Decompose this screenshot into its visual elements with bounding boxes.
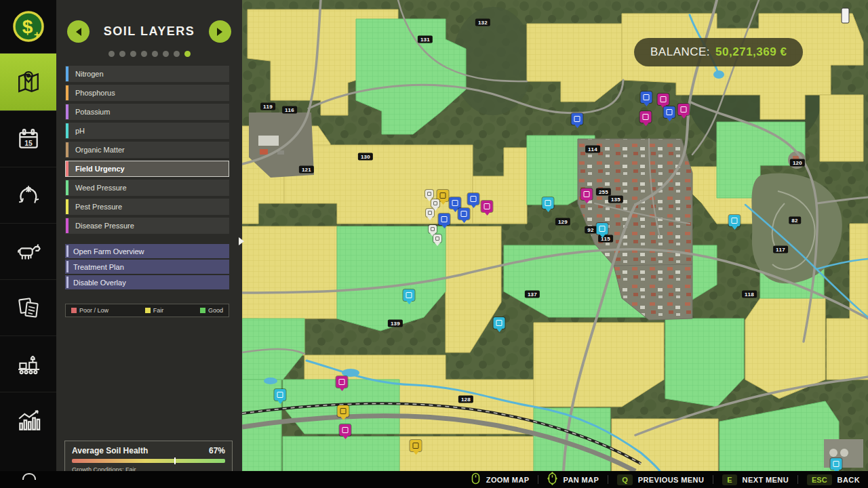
sell-point-marker[interactable] bbox=[336, 376, 348, 388]
page-dot[interactable] bbox=[141, 51, 147, 57]
key-badge: Q bbox=[617, 474, 633, 485]
rotation-icon bbox=[13, 180, 44, 211]
layer-label: Pest Pressure bbox=[75, 203, 122, 211]
panel-action-button[interactable]: Open Farm Overview bbox=[65, 244, 229, 258]
soil-layer-item[interactable]: pH bbox=[65, 123, 229, 139]
sidebar-item-crop-rotation[interactable] bbox=[0, 167, 56, 223]
water-station-marker[interactable] bbox=[494, 317, 505, 329]
panel-title: SOIL LAYERS bbox=[104, 24, 195, 39]
garage-marker[interactable] bbox=[664, 106, 675, 118]
page-dot[interactable] bbox=[152, 51, 158, 57]
vehicle-marker[interactable] bbox=[426, 209, 434, 217]
soil-layer-item[interactable]: Pest Pressure bbox=[65, 199, 229, 215]
production-marker[interactable] bbox=[678, 104, 690, 115]
action-label: Open Farm Overview bbox=[73, 247, 144, 256]
action-accent-bar bbox=[66, 261, 68, 272]
sidebar-item-contracts[interactable] bbox=[0, 279, 56, 336]
vehicle-marker[interactable] bbox=[425, 190, 433, 198]
action-accent-bar bbox=[66, 245, 68, 257]
production-marker[interactable] bbox=[340, 424, 351, 436]
vehicle-marker[interactable] bbox=[431, 199, 439, 207]
sidebar-item-calendar[interactable]: 15 bbox=[0, 110, 56, 167]
soil-layer-item[interactable]: Phosphorus bbox=[65, 85, 229, 101]
overlay-legend: Poor / LowFairGood bbox=[65, 304, 229, 317]
balance-value: 50,271,369 € bbox=[715, 45, 787, 59]
soil-layer-item[interactable]: Field Urgency bbox=[65, 161, 229, 177]
legend-item: Fair bbox=[145, 307, 164, 314]
water-station-marker[interactable] bbox=[831, 458, 842, 470]
sell-point-marker[interactable] bbox=[481, 201, 493, 212]
machine-shed-marker[interactable] bbox=[458, 208, 470, 220]
soil-layer-item[interactable]: Weed Pressure bbox=[65, 180, 229, 196]
action-label: Disable Overlay bbox=[73, 279, 126, 287]
action-accent-bar bbox=[66, 277, 68, 288]
soil-layer-item[interactable]: Potassium bbox=[65, 104, 229, 120]
balance-badge: BALANCE: 50,271,369 € bbox=[634, 38, 803, 66]
sidebar-item-statistics[interactable] bbox=[0, 392, 56, 448]
soil-layer-list: NitrogenPhosphorusPotassiumpHOrganic Mat… bbox=[56, 66, 242, 234]
water-station-marker[interactable] bbox=[403, 289, 415, 301]
panel-expand-arrow[interactable] bbox=[239, 237, 248, 245]
layer-label: Nitrogen bbox=[75, 70, 104, 78]
soil-layer-item[interactable]: Disease Pressure bbox=[65, 218, 229, 234]
vehicle-marker[interactable] bbox=[429, 225, 437, 233]
keybind-separator bbox=[608, 475, 608, 484]
sidebar-item-finances[interactable]: $ + bbox=[0, 0, 56, 53]
keybind-item-back: ESCBACK bbox=[807, 474, 860, 485]
water-station-marker[interactable] bbox=[597, 223, 608, 235]
fuel-station-marker[interactable] bbox=[410, 440, 422, 451]
keybind-separator bbox=[713, 475, 713, 484]
soil-health-value: 67% bbox=[209, 446, 225, 455]
vehicle-dealer-marker[interactable] bbox=[572, 113, 583, 125]
keybind-item-previous-menu: QPREVIOUS MENU bbox=[617, 474, 704, 485]
sidebar-item-animals[interactable] bbox=[0, 223, 56, 279]
field-number-badge: 130 bbox=[358, 153, 373, 161]
keybind-label: PAN MAP bbox=[563, 476, 599, 484]
mouse-wheel-icon bbox=[471, 472, 481, 488]
sell-point-marker[interactable] bbox=[581, 188, 593, 200]
sidebar-more-icon bbox=[22, 473, 36, 480]
cow-icon bbox=[13, 236, 44, 267]
vehicle-marker[interactable] bbox=[433, 235, 441, 243]
fuel-station-marker[interactable] bbox=[338, 405, 349, 417]
prev-layer-page-button[interactable] bbox=[67, 20, 90, 43]
legend-item: Good bbox=[200, 307, 223, 314]
field-number-badge: 131 bbox=[418, 36, 433, 43]
water-station-marker[interactable] bbox=[275, 389, 286, 401]
farm-building-marker[interactable] bbox=[450, 197, 461, 209]
keybind-separator bbox=[797, 475, 798, 484]
sidebar-item-production[interactable] bbox=[0, 336, 56, 392]
water-station-marker[interactable] bbox=[542, 197, 554, 209]
panel-action-button[interactable]: Disable Overlay bbox=[65, 275, 229, 289]
production-marker[interactable] bbox=[640, 111, 652, 123]
stats-icon bbox=[13, 405, 44, 436]
field-number-badge: 132 bbox=[475, 19, 490, 26]
page-dot[interactable] bbox=[108, 51, 115, 57]
game-screen: 1321311191161301211142551351299211512082… bbox=[0, 0, 868, 488]
page-dot[interactable] bbox=[119, 51, 125, 57]
money-icon: $ + bbox=[9, 7, 47, 45]
legend-label: Good bbox=[208, 307, 223, 314]
field-number-badge: 137 bbox=[525, 291, 540, 298]
calendar-icon: 15 bbox=[13, 123, 44, 155]
map-view[interactable]: 1321311191161301211142551351299211512082… bbox=[242, 0, 868, 471]
soil-health-marker bbox=[174, 458, 176, 464]
soil-layer-item[interactable]: Organic Matter bbox=[65, 142, 229, 158]
page-dot[interactable] bbox=[184, 51, 191, 57]
balance-label: BALANCE: bbox=[650, 45, 710, 59]
panel-action-button[interactable]: Treatment Plan bbox=[65, 260, 229, 274]
page-dot[interactable] bbox=[163, 51, 169, 57]
next-layer-page-button[interactable] bbox=[209, 20, 231, 43]
silo-marker[interactable] bbox=[439, 214, 450, 225]
page-dot[interactable] bbox=[130, 51, 136, 57]
shop-marker[interactable] bbox=[641, 92, 652, 103]
production-marker[interactable] bbox=[658, 94, 669, 105]
layer-color-bar bbox=[66, 104, 68, 119]
vehicle-dealer-marker[interactable] bbox=[468, 193, 479, 205]
soil-layer-item[interactable]: Nitrogen bbox=[65, 66, 229, 82]
page-dot[interactable] bbox=[174, 51, 180, 57]
sidebar-item-map[interactable] bbox=[0, 53, 56, 110]
water-station-marker[interactable] bbox=[729, 215, 741, 226]
keybind-label: PREVIOUS MENU bbox=[638, 476, 705, 484]
keybind-bar: ZOOM MAPPAN MAPQPREVIOUS MENUENEXT MENUE… bbox=[0, 471, 868, 488]
